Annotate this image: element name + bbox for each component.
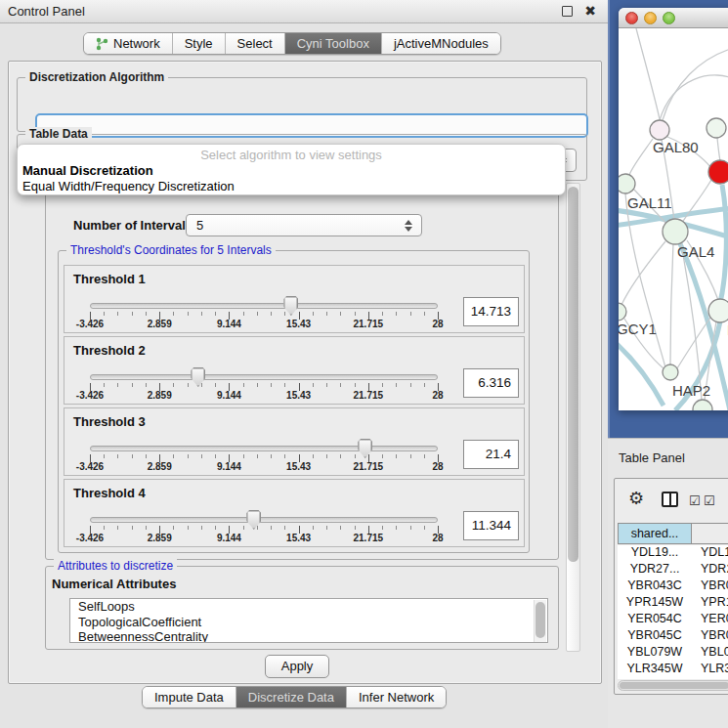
slider-track[interactable] [90,374,438,380]
list-item[interactable]: TopologicalCoefficient [70,615,547,630]
algorithm-option-manual-discretization[interactable]: Manual Discretization [22,163,153,178]
cyni-mode-tabs: Impute Data Discretize Data Infer Networ… [142,686,447,708]
threshold-3-value[interactable]: 21.4 [463,440,519,469]
column-header-shared-name[interactable]: shared... [618,523,692,544]
checkbox-checked-icon[interactable]: ☑ [704,493,715,508]
slider-track[interactable] [90,517,438,523]
attributes-group-title: Attributes to discretize [54,559,177,573]
table-row[interactable]: YPR145WYPR1 [618,595,728,612]
scrollbar-thumb[interactable] [620,682,728,689]
tab-select[interactable]: Select [226,33,285,54]
slider-scale-labels: -3.4262.8599.14415.4321.71528 [90,461,438,472]
number-of-intervals-combobox[interactable]: 5 [186,214,422,236]
tab-jactivemnodules[interactable]: jActiveMNodules [382,33,500,54]
threshold-2-value[interactable]: 6.316 [463,368,519,398]
table-row[interactable]: YBL079WYBL0 [618,645,728,662]
numerical-attributes-list[interactable]: SelfLoops TopologicalCoefficient Between… [69,598,548,643]
checkbox-checked-icon[interactable]: ☑ [689,493,701,508]
slider-track[interactable] [90,303,438,309]
float-window-icon[interactable] [562,6,573,17]
label-gal80: GAL80 [653,139,699,155]
tab-cyni-toolbox[interactable]: Cyni Toolbox [285,33,382,54]
threshold-2-label: Threshold 2 [73,343,146,358]
tab-style[interactable]: Style [173,33,226,54]
algorithm-option-equal-width-frequency[interactable]: Equal Width/Frequency Discretization [22,179,235,193]
node[interactable] [693,400,712,410]
node-highlighted-red[interactable] [708,160,728,184]
threshold-1-slider[interactable]: -3.4262.8599.14415.4321.71528 [90,295,438,328]
attributes-list-scrollbar[interactable] [534,600,546,643]
table-row[interactable]: YBR043CYBR0 [618,578,728,595]
close-icon[interactable]: ✖ [584,3,596,19]
threshold-3-slider[interactable]: -3.4262.8599.14415.4321.71528 [90,438,438,471]
tab-network[interactable]: Network [84,33,173,54]
table-row[interactable]: YIL052CYIL0 [618,678,728,679]
threshold-2-slider[interactable]: -3.4262.8599.14415.4321.71528 [90,366,438,400]
zoom-traffic-light-icon[interactable] [663,12,675,24]
table-data-title: Table Data [25,127,92,141]
slider-track[interactable] [90,446,438,451]
table-panel-title: Table Panel [619,450,685,465]
apply-button[interactable]: Apply [265,655,329,678]
threshold-3-panel: Threshold 3 -3.4262.8599.14415.4321.7152… [64,407,525,476]
node-gal4[interactable] [663,219,688,244]
table-row[interactable]: YLR345WYLR3 [618,662,728,678]
slider-scale-labels: -3.4262.8599.14415.4321.71528 [90,533,438,543]
threshold-4-panel: Threshold 4 -3.4262.8599.14415.4321.7152… [64,479,525,547]
cyni-toolbox-content: Discretization Algorithm Table Data galF… [8,61,602,684]
control-panel-tabs: Network Style Select Cyni Toolbox jActiv… [83,32,501,55]
node-hap2[interactable] [663,364,678,380]
network-window[interactable]: GAL80 G C GAL11 GAL4 GCY1 H HAP2 [619,8,728,410]
combo-spinner-icon [405,220,412,232]
column-header-name[interactable]: name [691,523,728,544]
table-row[interactable]: YBR045CYBR0 [618,628,728,645]
content-scrollbar-thumb[interactable] [568,187,578,562]
tab-impute-data[interactable]: Impute Data [143,687,236,707]
threshold-2-panel: Threshold 2 -3.4262.8599.14415.4321.7152… [64,336,525,405]
network-graph: GAL80 G C GAL11 GAL4 GCY1 H HAP2 [619,28,728,410]
table-row[interactable]: YDL19...YDL1 [618,545,728,562]
table-rows: YDL19...YDL1 YDR27...YDR2 YBR043CYBR0 YP… [618,545,728,679]
tab-discretize-data[interactable]: Discretize Data [236,687,347,707]
label-gal11: GAL11 [627,194,672,211]
numerical-attributes-label: Numerical Attributes [52,577,176,591]
algorithm-hint-text: Select algorithm to view settings [18,148,565,162]
table-panel-inner: ⚙ ☑ ☑ shared... name YDL19...YDL1 YDR27.… [614,478,728,695]
threshold-coordinates-title: Threshold's Coordinates for 5 Intervals [66,243,276,257]
interval-definition-group: Interval Definition Number of Intervals … [45,189,559,560]
split-columns-icon[interactable] [662,492,678,507]
node-gcy1[interactable] [619,303,626,321]
network-window-titlebar[interactable] [619,8,728,28]
content-scrollbar[interactable] [566,183,580,652]
node[interactable] [708,299,728,322]
control-panel-titlebar: Control Panel ✖ [0,0,608,23]
close-traffic-light-icon[interactable] [625,12,638,24]
tab-infer-network[interactable]: Infer Network [347,687,446,707]
network-desktop: GAL80 G C GAL11 GAL4 GCY1 H HAP2 [608,0,728,438]
gear-icon[interactable]: ⚙ [628,488,644,509]
table-header-row: shared... name [618,523,728,544]
table-row[interactable]: YER054CYER0 [618,612,728,628]
number-of-intervals-value: 5 [196,218,203,233]
table-row[interactable]: YDR27...YDR2 [618,562,728,578]
node-gal11[interactable] [619,174,635,193]
minimize-traffic-light-icon[interactable] [644,12,657,24]
algorithm-dropdown-popup: Select algorithm to view settings Manual… [17,144,566,195]
table-horizontal-scrollbar[interactable] [618,680,728,691]
threshold-4-value[interactable]: 11.344 [463,511,519,540]
slider-scale-labels: -3.4262.8599.14415.4321.71528 [90,319,438,329]
discretization-algorithm-title: Discretization Algorithm [25,70,168,84]
node[interactable] [707,118,726,138]
discretization-algorithm-group: Discretization Algorithm [17,77,587,132]
threshold-1-value[interactable]: 14.713 [463,297,519,326]
label-hap2: HAP2 [672,382,710,399]
tab-network-label: Network [113,36,160,51]
threshold-4-slider[interactable]: -3.4262.8599.14415.4321.71528 [90,509,438,542]
number-of-intervals-label: Number of Intervals [73,218,193,233]
list-item[interactable]: BetweennessCentrality [70,629,547,643]
list-item[interactable]: SelfLoops [70,599,547,615]
network-canvas[interactable]: GAL80 G C GAL11 GAL4 GCY1 H HAP2 [619,28,728,410]
threshold-coordinates-group: Threshold's Coordinates for 5 Intervals … [58,250,530,553]
threshold-4-label: Threshold 4 [73,486,146,500]
node-pink[interactable] [650,120,669,140]
